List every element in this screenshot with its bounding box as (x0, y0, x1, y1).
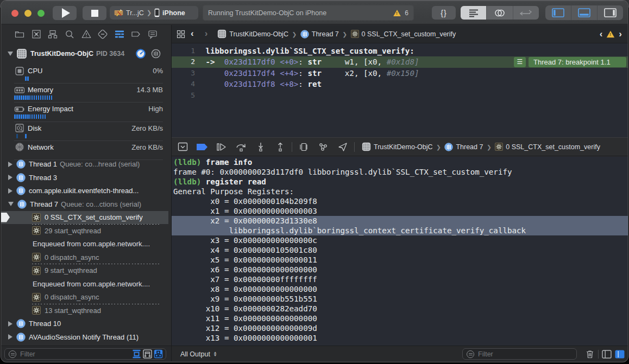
clear-console-button[interactable] (585, 349, 595, 359)
toggle-navigator-button[interactable] (545, 5, 571, 20)
console-line[interactable]: (lldb) register read (172, 177, 628, 187)
breadcrumb-item[interactable]: Thread 7 (444, 143, 483, 151)
thread-row[interactable]: Thread 1Queue: co...hread (serial) (1, 158, 171, 171)
gauge-row-cpu[interactable]: CPU 0% (1, 65, 171, 84)
profile-gauge-icon[interactable] (136, 49, 146, 59)
navigator-tab-find[interactable] (65, 29, 74, 39)
breakpoint-badge-label[interactable]: Thread 7: breakpoint 1.1 (529, 57, 626, 67)
console-scope-select[interactable]: All Output ▲▼ (180, 350, 217, 358)
console-line[interactable]: x5 = 0x0000000000000011 (172, 255, 628, 265)
line-number[interactable]: 4 (172, 79, 195, 90)
warning-count[interactable]: 6 (405, 9, 408, 17)
breadcrumb-item[interactable]: 0 SSL_CTX_set_custom_verify (495, 143, 600, 151)
go-back-button[interactable]: ‹ (185, 28, 199, 40)
next-issue-button[interactable]: › (617, 29, 624, 40)
code-line[interactable]: 5 (172, 90, 628, 101)
console-line[interactable]: x12 = 0x000000000000009d (172, 323, 628, 333)
previous-issue-button[interactable]: ‹ (598, 29, 605, 40)
stack-frame-row[interactable]: 9 start_wqthread (1, 264, 171, 278)
gauge-row-energy[interactable]: Energy Impact High (1, 103, 171, 122)
hide-debug-area-button[interactable] (173, 142, 192, 152)
go-forward-button[interactable]: › (199, 28, 213, 40)
simulate-location-button[interactable] (333, 142, 353, 152)
line-number[interactable]: 3 (172, 68, 195, 79)
run-button[interactable] (53, 6, 77, 20)
disclosure-triangle-icon[interactable] (8, 162, 12, 167)
navigator-tab-debug[interactable] (115, 29, 124, 39)
thread-row[interactable]: Thread 7Queue: co...ctions (serial) (1, 197, 171, 211)
line-number[interactable]: 5 (172, 90, 195, 101)
console-line[interactable]: x0 = 0x0000000104b209f8 (172, 196, 628, 206)
console-line[interactable]: x10 = 0x0000000282eadd70 (172, 304, 628, 314)
console-line[interactable]: x2 = 0x000000023d1330e8 (172, 216, 628, 226)
window-minimize-button[interactable] (24, 10, 32, 17)
code-line[interactable]: 1libboringssl.dylib`SSL_CTX_set_custom_v… (172, 46, 628, 57)
scheme-selector[interactable]: Tr...jC ❯ iPhone (110, 6, 198, 20)
disclosure-triangle-icon[interactable] (8, 334, 12, 340)
disclosure-triangle-icon[interactable] (8, 321, 12, 327)
code-line[interactable]: 4 0x23d117df8 <+8>: ret (172, 79, 628, 90)
navigator-tab-source-control[interactable] (32, 29, 41, 39)
console-line[interactable]: x1 = 0x0000000000000003 (172, 206, 628, 216)
breadcrumb-item[interactable]: TrustKitDemo-ObjC (217, 29, 288, 39)
continue-button[interactable] (212, 143, 231, 151)
stack-frame-row[interactable]: 0 SSL_CTX_set_custom_verify (1, 211, 171, 225)
disclosure-triangle-icon[interactable] (8, 202, 14, 206)
console-output[interactable]: (lldb) frame infoframe #0: 0x000000023d1… (172, 157, 628, 346)
step-into-button[interactable] (251, 143, 271, 151)
activity-status[interactable]: Running TrustKitDemo-ObjC on iPhone 6 (203, 5, 414, 21)
navigator-tab-issue[interactable] (81, 29, 91, 39)
toggle-inspector-button[interactable] (597, 5, 623, 20)
flatten-stack-toggle[interactable] (131, 349, 142, 359)
stack-frame-row[interactable]: 13 start_wqthread (1, 304, 171, 317)
version-editor-button[interactable] (513, 6, 539, 20)
console-line[interactable]: x3 = 0x000000000000000c (172, 235, 628, 245)
console-filter-field[interactable]: Filter (462, 348, 577, 360)
process-row[interactable]: TrustKitDemo-ObjC PID 3634 (1, 47, 171, 60)
breakpoints-toggle-button[interactable] (192, 143, 212, 151)
toggle-console-view-button[interactable] (615, 350, 625, 359)
line-number[interactable]: 1 (172, 46, 195, 57)
console-line[interactable]: General Purpose Registers: (172, 187, 628, 196)
console-line[interactable]: frame #0: 0x000000023d117df0 libboringss… (172, 167, 628, 177)
gauge-row-memory[interactable]: Memory 14.3 MB (1, 84, 171, 103)
standard-editor-button[interactable] (461, 6, 486, 20)
memory-bars-icon[interactable] (151, 49, 161, 59)
stop-button[interactable] (83, 6, 106, 20)
enqueued-row[interactable]: Enqueued from com.apple.network.... (1, 238, 171, 251)
console-line[interactable]: x9 = 0x00000000b551b551 (172, 294, 628, 304)
navigator-tab-test[interactable] (98, 29, 108, 39)
navigator-tab-report[interactable] (148, 29, 158, 39)
enqueued-row[interactable]: Enqueued from com.apple.network.... (1, 277, 171, 291)
gauge-row-disk[interactable]: Disk Zero KB/s (1, 122, 171, 141)
related-items-icon[interactable] (177, 30, 185, 39)
console-line[interactable]: x11 = 0x0000000000000000 (172, 314, 628, 323)
console-line[interactable]: x4 = 0x0000000105001c80 (172, 245, 628, 255)
memory-graph-button[interactable] (313, 142, 333, 152)
thread-row[interactable]: AVAudioSession Notify Thread (11) (1, 330, 171, 344)
disclosure-triangle-icon[interactable] (8, 175, 12, 180)
console-line[interactable]: x6 = 0x0000000000000000 (172, 265, 628, 274)
console-line[interactable]: (lldb) frame info (172, 157, 628, 167)
thread-row[interactable]: Thread 10 (1, 317, 171, 331)
disassembly-editor[interactable]: 1libboringssl.dylib`SSL_CTX_set_custom_v… (172, 43, 628, 137)
navigator-tab-symbol[interactable] (48, 29, 58, 39)
breadcrumb-item[interactable]: Thread 7 (300, 30, 339, 39)
gauge-row-network[interactable]: Network Zero KB/s (1, 141, 171, 160)
navigator-tab-project[interactable] (15, 29, 24, 39)
step-over-button[interactable] (231, 143, 251, 151)
console-line[interactable]: x13 = 0x0000000000000001 (172, 333, 628, 343)
view-ui-hierarchy-button[interactable] (294, 142, 313, 152)
window-close-button[interactable] (11, 10, 18, 17)
code-line[interactable]: 3 0x23d117df4 <+4>: str x2, [x0, #0x150] (172, 68, 628, 79)
window-zoom-button[interactable] (37, 10, 45, 17)
line-number[interactable]: 2 (172, 56, 195, 68)
stack-frame-row[interactable]: 29 start_wqthread (1, 224, 171, 238)
group-by-queue-toggle[interactable] (153, 349, 163, 359)
flagged-threads-toggle[interactable] (142, 349, 153, 359)
step-out-button[interactable] (271, 143, 290, 151)
breadcrumb-item[interactable]: 0 SSL_CTX_set_custom_verify (351, 30, 456, 38)
navigator-filter-field[interactable]: Filter (4, 348, 166, 360)
issue-warning-icon[interactable] (607, 30, 614, 37)
stack-frame-row[interactable]: 0 dispatch_async (1, 251, 171, 264)
